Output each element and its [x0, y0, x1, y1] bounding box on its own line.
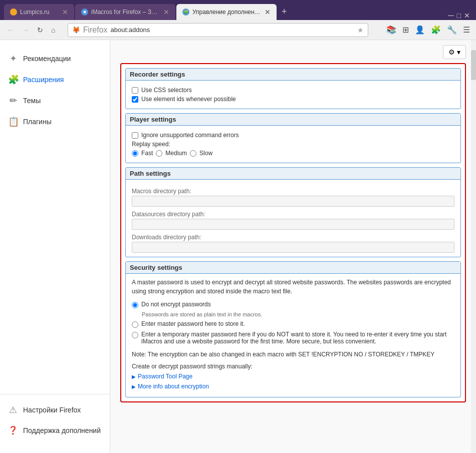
password-tool-link[interactable]: ▶ Password Tool Page: [132, 373, 454, 380]
datasources-path-input[interactable]: [132, 219, 454, 230]
gear-icon: ⚙: [448, 48, 455, 56]
temp-password-label[interactable]: Enter a temporary master password here i…: [141, 331, 454, 345]
element-ids-label[interactable]: Use element ids whenever possible: [141, 96, 236, 103]
css-selectors-checkbox[interactable]: [132, 87, 138, 94]
no-encrypt-subtext: Passwords are stored as plain text in th…: [142, 311, 454, 317]
speed-slow-radio[interactable]: [190, 150, 196, 157]
downloads-path-input[interactable]: [132, 242, 454, 253]
nav-icons-right: 📚 ⊞ 👤 🧩 🔧 ☰: [384, 23, 472, 37]
bookmarks-button[interactable]: 📚: [384, 23, 398, 37]
addons-button[interactable]: 🧩: [429, 23, 443, 37]
gear-dropdown-button[interactable]: ⚙ ▾: [443, 45, 466, 59]
forward-button[interactable]: →: [19, 24, 32, 36]
tab-favicon-imacros: ★: [81, 9, 88, 16]
ignore-errors-label[interactable]: Ignore unsupported command errors: [141, 132, 239, 139]
master-password-radio[interactable]: [132, 321, 138, 328]
scrollbar[interactable]: [471, 40, 476, 453]
home-button[interactable]: ⌂: [48, 24, 58, 36]
content-area: ⚙ ▾ Recorder settings Use CSS selectors …: [110, 40, 476, 453]
datasources-path-label: Datasources directory path:: [132, 211, 454, 218]
password-tool-arrow: ▶: [132, 374, 136, 379]
bookmark-star[interactable]: ★: [357, 26, 364, 34]
sidebar-item-firefox-settings[interactable]: ⚠ Настройки Firefox: [0, 399, 110, 420]
path-settings-body: Macros directory path: Datasources direc…: [126, 180, 460, 257]
player-settings-header: Player settings: [126, 114, 460, 126]
address-url: about:addons: [111, 26, 150, 34]
speed-options-row: Fast Medium Slow: [132, 150, 454, 157]
downloads-path-label: Downloads directory path:: [132, 234, 454, 241]
datasources-path-group: Datasources directory path:: [132, 211, 454, 230]
no-encrypt-option: Do not encrypt passwords: [132, 301, 454, 308]
tab-bar: Lumpics.ru ✕ ★ iMacros for Firefox – Заг…: [0, 0, 476, 20]
security-settings-header: Security settings: [126, 262, 460, 274]
recorder-settings-section: Recorder settings Use CSS selectors Use …: [125, 68, 461, 109]
new-tab-button[interactable]: +: [278, 5, 291, 19]
sidebar-label-firefox-settings: Настройки Firefox: [23, 406, 81, 414]
sidebar-item-plugins[interactable]: 📋 Плагины: [0, 111, 110, 132]
tab-close-imacros[interactable]: ✕: [163, 8, 169, 16]
tab-addons[interactable]: 🧩 Управление дополнениями ✕: [176, 4, 277, 20]
speed-medium-radio[interactable]: [156, 150, 162, 157]
css-selectors-row: Use CSS selectors: [132, 87, 454, 94]
replay-speed-row: Replay speed:: [132, 141, 454, 148]
replay-speed-label: Replay speed:: [132, 141, 170, 148]
recommendations-icon: ✦: [8, 53, 18, 64]
scrollbar-thumb[interactable]: [471, 50, 476, 80]
speed-slow-label[interactable]: Slow: [199, 150, 212, 157]
menu-button[interactable]: ☰: [461, 23, 472, 37]
sidebar-item-extensions[interactable]: 🧩 Расширения: [0, 69, 110, 90]
speed-fast-label[interactable]: Fast: [141, 150, 153, 157]
sidebar: ✦ Рекомендации 🧩 Расширения ✏ Темы 📋 Пла…: [0, 40, 110, 453]
element-ids-checkbox[interactable]: [132, 96, 138, 103]
sidebar-label-addon-support: Поддержка дополнений: [23, 426, 101, 434]
ignore-errors-row: Ignore unsupported command errors: [132, 132, 454, 139]
no-encrypt-label[interactable]: Do not encrypt passwords: [141, 301, 211, 308]
no-encrypt-radio[interactable]: [132, 302, 138, 308]
tab-favicon-lumpics: [10, 9, 17, 16]
speed-medium-label[interactable]: Medium: [165, 150, 187, 157]
tab-imacros[interactable]: ★ iMacros for Firefox – Загрузи... ✕: [75, 4, 175, 20]
sidebar-item-recommendations[interactable]: ✦ Рекомендации: [0, 48, 110, 69]
sidebar-item-addon-support[interactable]: ❓ Поддержка дополнений: [0, 420, 110, 440]
maximize-button[interactable]: □: [457, 12, 461, 20]
extensions-button[interactable]: 🔧: [445, 23, 459, 37]
sidebar-label-extensions: Расширения: [23, 76, 64, 84]
speed-fast-radio[interactable]: [132, 150, 138, 157]
sidebar-label-themes: Темы: [23, 97, 41, 105]
path-settings-section: Path settings Macros directory path: Dat…: [125, 167, 461, 257]
gear-dropdown-arrow: ▾: [457, 48, 460, 56]
sidebar-bottom: ⚠ Настройки Firefox ❓ Поддержка дополнен…: [0, 394, 110, 445]
address-firefox-icon: 🦊: [72, 26, 80, 34]
tab-favicon-addons: 🧩: [182, 9, 189, 16]
plugins-icon: 📋: [8, 116, 18, 127]
ignore-errors-checkbox[interactable]: [132, 132, 138, 139]
address-protocol: Firefox: [83, 26, 108, 35]
recorder-settings-header: Recorder settings: [126, 69, 460, 81]
css-selectors-label[interactable]: Use CSS selectors: [141, 87, 192, 94]
history-button[interactable]: ⊞: [400, 23, 411, 37]
tab-close-lumpics[interactable]: ✕: [62, 8, 68, 16]
themes-icon: ✏: [8, 95, 18, 106]
macros-path-label: Macros directory path:: [132, 188, 454, 195]
minimize-button[interactable]: ─: [448, 11, 453, 20]
address-bar[interactable]: 🦊 Firefox about:addons ★: [68, 23, 368, 37]
back-button[interactable]: ←: [4, 24, 17, 36]
tab-close-addons[interactable]: ✕: [265, 8, 271, 16]
encryption-info-label[interactable]: More info about encryption: [138, 383, 209, 390]
temp-password-radio[interactable]: [132, 332, 138, 338]
sidebar-item-themes[interactable]: ✏ Темы: [0, 90, 110, 111]
password-tool-label[interactable]: Password Tool Page: [138, 373, 192, 380]
settings-toolbar: ⚙ ▾: [120, 45, 466, 59]
settings-box: Recorder settings Use CSS selectors Use …: [120, 63, 466, 402]
tab-label-addons: Управление дополнениями: [192, 9, 262, 16]
macros-path-group: Macros directory path:: [132, 188, 454, 207]
element-ids-row: Use element ids whenever possible: [132, 96, 454, 103]
note-text: Note: The encryption can be also changed…: [132, 350, 454, 359]
sync-button[interactable]: 👤: [413, 23, 427, 37]
macros-path-input[interactable]: [132, 196, 454, 207]
close-button[interactable]: ✕: [464, 12, 470, 20]
tab-lumpics[interactable]: Lumpics.ru ✕: [4, 4, 74, 20]
encryption-info-link[interactable]: ▶ More info about encryption: [132, 383, 454, 390]
master-password-label[interactable]: Enter master password here to store it.: [141, 320, 245, 327]
refresh-button[interactable]: ↻: [34, 24, 46, 36]
